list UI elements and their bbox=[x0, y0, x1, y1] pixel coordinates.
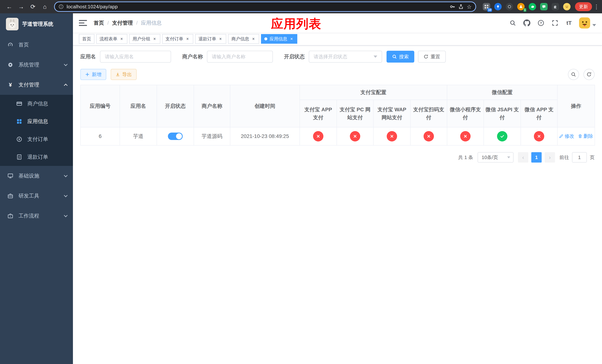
breadcrumb-home[interactable]: 首页 bbox=[94, 20, 104, 26]
ext-chat-icon[interactable] bbox=[540, 3, 548, 10]
close-icon[interactable] bbox=[289, 36, 294, 41]
ext-grid-icon[interactable]: 10 bbox=[483, 3, 490, 10]
home-icon[interactable]: ⌂ bbox=[39, 1, 50, 12]
sidebar-item-infrastructure[interactable]: 基础设施 bbox=[0, 166, 73, 186]
close-icon[interactable] bbox=[251, 36, 256, 41]
font-size-icon[interactable]: tT bbox=[565, 19, 573, 27]
merchant-name-input[interactable] bbox=[207, 51, 273, 63]
forward-icon[interactable]: → bbox=[16, 1, 27, 12]
sidebar-item-dev-tools[interactable]: 研发工具 bbox=[0, 186, 73, 206]
goto-page-input[interactable] bbox=[572, 152, 587, 162]
ext-wechat-icon[interactable] bbox=[529, 3, 536, 10]
add-button[interactable]: 新增 bbox=[80, 69, 106, 80]
tab-merchant-info[interactable]: 商户信息 bbox=[228, 34, 259, 44]
fullscreen-icon[interactable] bbox=[551, 19, 559, 27]
ext-dark-icon[interactable] bbox=[506, 3, 513, 10]
table-toolbar: 新增 导出 bbox=[80, 69, 595, 80]
reset-button-label: 重置 bbox=[430, 54, 440, 60]
status-label: 开启状态 bbox=[284, 53, 305, 60]
help-icon[interactable]: ? bbox=[537, 19, 545, 27]
refresh-icon[interactable] bbox=[583, 69, 595, 80]
close-icon[interactable] bbox=[119, 36, 124, 41]
ext-avatar-icon[interactable]: 1 bbox=[517, 3, 525, 10]
browser-update-button[interactable]: 更新 bbox=[575, 2, 592, 11]
page-size-select[interactable]: 10条/页 bbox=[478, 152, 514, 162]
sidebar-item-merchant-info[interactable]: 商户信息 bbox=[0, 95, 73, 113]
tab-label: 商户信息 bbox=[231, 36, 249, 42]
search-button[interactable]: 搜索 bbox=[387, 51, 414, 63]
browser-menu-icon[interactable]: ⋮ bbox=[593, 3, 600, 10]
info-icon[interactable] bbox=[58, 4, 64, 9]
column-header-alipay-qr: 支付宝扫码支付 bbox=[410, 100, 447, 127]
back-icon[interactable]: ← bbox=[4, 1, 15, 12]
star-icon[interactable]: ☆ bbox=[467, 3, 472, 10]
app-title: 芋道管理系统 bbox=[22, 21, 53, 28]
sidebar-menu: 首页 系统管理 ¥ 支付管理 商户信息 bbox=[0, 35, 73, 226]
close-icon[interactable] bbox=[185, 36, 190, 41]
delete-button[interactable]: 删除 bbox=[578, 133, 593, 139]
search-form: 应用名 商户名称 开启状态 请选择开启状态 搜索 重置 bbox=[80, 51, 595, 63]
user-menu[interactable] bbox=[579, 17, 596, 29]
sidebar-item-home[interactable]: 首页 bbox=[0, 35, 73, 55]
sidebar-item-label: 首页 bbox=[19, 41, 29, 48]
share-icon[interactable] bbox=[458, 4, 464, 10]
ext-badge: 1 bbox=[523, 8, 527, 12]
reset-button[interactable]: 重置 bbox=[418, 51, 446, 63]
tab-app-info[interactable]: 应用信息 bbox=[261, 34, 297, 44]
content-area: 应用名 商户名称 开启状态 请选择开启状态 搜索 重置 bbox=[73, 45, 602, 364]
app-name-input[interactable] bbox=[100, 51, 171, 63]
tab-label: 用户分组 bbox=[133, 36, 150, 42]
extensions-strip: 10 1 bbox=[483, 3, 570, 10]
close-icon[interactable] bbox=[152, 36, 157, 41]
sidebar-item-payment[interactable]: ¥ 支付管理 bbox=[0, 75, 73, 95]
tab-process-form[interactable]: 流程表单 bbox=[96, 34, 127, 44]
goto-suffix: 页 bbox=[590, 154, 595, 161]
tab-label: 应用信息 bbox=[269, 36, 287, 42]
sidebar-item-label: 系统管理 bbox=[19, 61, 39, 68]
breadcrumb-payment[interactable]: 支付管理 bbox=[112, 20, 133, 26]
sidebar-toggle-icon[interactable] bbox=[79, 20, 87, 26]
ext-pin-icon[interactable] bbox=[494, 3, 502, 10]
tab-home[interactable]: 首页 bbox=[79, 34, 94, 44]
url-text[interactable]: localhost:1024/pay/app bbox=[67, 4, 447, 10]
cell-actions: 修改删除 bbox=[557, 127, 595, 145]
column-header-alipay-wap: 支付宝 WAP 网站支付 bbox=[373, 100, 410, 127]
sidebar-item-system[interactable]: 系统管理 bbox=[0, 55, 73, 75]
export-button[interactable]: 导出 bbox=[111, 69, 137, 80]
next-page-button[interactable]: › bbox=[545, 152, 555, 162]
ext-emoji-icon[interactable] bbox=[563, 3, 570, 10]
edit-button[interactable]: 修改 bbox=[559, 133, 574, 139]
table-row: 6 芋道 芋道源码 2021-10-23 08:49:25 bbox=[81, 127, 595, 145]
github-icon[interactable] bbox=[523, 19, 531, 27]
ext-puzzle-icon[interactable] bbox=[552, 3, 559, 10]
sidebar-item-workflow[interactable]: 工作流程 bbox=[0, 206, 73, 226]
app-logo[interactable]: 芋道管理系统 bbox=[0, 13, 73, 35]
export-button-label: 导出 bbox=[122, 71, 132, 78]
sidebar-item-refund-orders[interactable]: 退款订单 bbox=[0, 148, 73, 166]
column-header-name: 应用名 bbox=[120, 85, 157, 127]
tab-payment-orders[interactable]: 支付订单 bbox=[162, 34, 193, 44]
prev-page-button[interactable]: ‹ bbox=[518, 152, 528, 162]
close-icon[interactable] bbox=[218, 36, 223, 41]
avatar[interactable] bbox=[579, 17, 590, 29]
tab-user-group[interactable]: 用户分组 bbox=[129, 34, 160, 44]
sidebar-item-app-info[interactable]: 应用信息 bbox=[0, 113, 73, 130]
status-select[interactable]: 请选择开启状态 bbox=[309, 51, 382, 63]
page-number-button[interactable]: 1 bbox=[531, 152, 542, 162]
toggle-search-icon[interactable] bbox=[568, 69, 579, 80]
pagination-total: 共 1 条 bbox=[458, 154, 473, 161]
key-icon[interactable] bbox=[450, 4, 455, 10]
tab-label: 流程表单 bbox=[100, 36, 117, 42]
sidebar-item-payment-orders[interactable]: 支付订单 bbox=[0, 130, 73, 148]
wechat-mini-status-icon bbox=[460, 131, 471, 141]
status-select-placeholder: 请选择开启状态 bbox=[314, 54, 347, 60]
search-button-label: 搜索 bbox=[399, 54, 409, 60]
address-bar[interactable]: localhost:1024/pay/app ☆ bbox=[54, 1, 476, 12]
reload-icon[interactable]: ⟳ bbox=[27, 1, 39, 12]
column-header-wechat-mini: 微信小程序支付 bbox=[447, 100, 484, 127]
enabled-toggle[interactable] bbox=[168, 133, 183, 140]
sidebar-item-label: 应用信息 bbox=[27, 118, 48, 125]
search-icon[interactable] bbox=[509, 19, 517, 27]
delete-button-label: 删除 bbox=[583, 133, 593, 139]
tab-refund-orders[interactable]: 退款订单 bbox=[195, 34, 226, 44]
